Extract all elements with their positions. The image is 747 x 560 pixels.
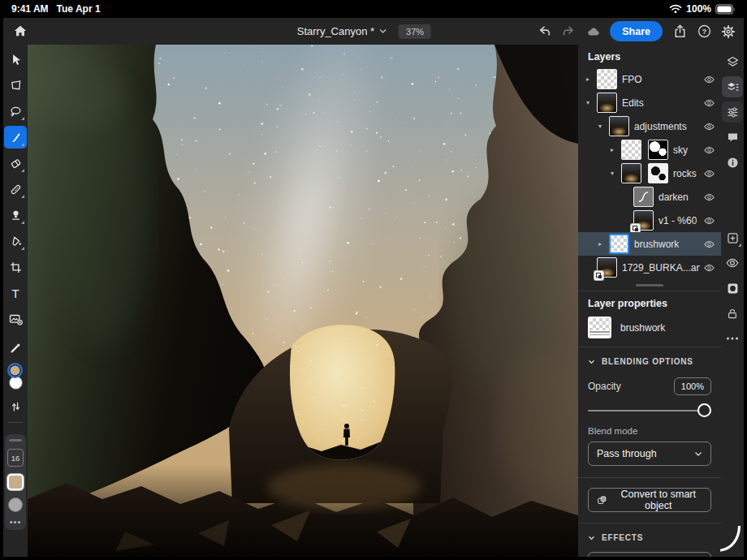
- disclosure-triangle-icon[interactable]: ▸: [608, 146, 616, 153]
- move-tool[interactable]: [4, 48, 27, 71]
- layer-row[interactable]: ▸ sky: [578, 138, 721, 162]
- settings-gear-icon[interactable]: [718, 21, 739, 42]
- place-photo-tool[interactable]: [4, 308, 27, 330]
- layer-thumbnail[interactable]: [621, 140, 641, 160]
- eyedropper-tool[interactable]: [4, 337, 27, 360]
- disclosure-triangle-icon[interactable]: ▾: [584, 99, 592, 106]
- layer-row[interactable]: ▾ Edits: [578, 91, 721, 114]
- brush-tool[interactable]: [4, 126, 27, 149]
- layer-visibility-eye-icon[interactable]: [703, 238, 715, 250]
- layer-visibility-eye-icon[interactable]: [703, 214, 715, 226]
- layer-visibility-eye-icon[interactable]: [703, 73, 715, 85]
- effects-header[interactable]: EFFECTS: [588, 533, 711, 542]
- selected-layer-thumbnail[interactable]: [588, 317, 611, 338]
- undo-button[interactable]: [533, 21, 555, 42]
- fill-tool[interactable]: [4, 230, 27, 252]
- healing-brush-tool[interactable]: [4, 178, 27, 200]
- transform-tool[interactable]: [4, 74, 27, 97]
- layer-row[interactable]: v1 - %60: [578, 209, 721, 232]
- color-wells[interactable]: [6, 363, 25, 397]
- layer-thumbnail[interactable]: [597, 69, 617, 89]
- opacity-label: Opacity: [588, 381, 621, 392]
- layer-visibility-button[interactable]: [722, 252, 743, 274]
- add-layer-effect-button[interactable]: fx Add layer effect: [588, 552, 711, 557]
- more-options-button[interactable]: [722, 328, 743, 349]
- lasso-tool[interactable]: [4, 100, 27, 123]
- layers-compact-view-button[interactable]: [722, 51, 743, 72]
- layer-visibility-eye-icon[interactable]: [703, 97, 715, 109]
- layer-row[interactable]: 1729_BURKA...anced-NR33: [578, 256, 721, 279]
- cloud-sync-icon[interactable]: [582, 21, 603, 42]
- tool-options-bar: 16 •••: [5, 434, 26, 530]
- layer-mask-thumbnail[interactable]: [648, 163, 668, 183]
- layer-mask-thumbnail[interactable]: [648, 140, 668, 160]
- title-chevron-icon[interactable]: [379, 28, 387, 34]
- comments-button[interactable]: [722, 127, 743, 148]
- convert-smart-object-button[interactable]: Convert to smart object: [588, 488, 711, 512]
- layer-visibility-eye-icon[interactable]: [703, 167, 715, 179]
- panel-divider: [578, 477, 721, 478]
- layer-name: sky: [673, 144, 688, 156]
- type-tool[interactable]: T: [4, 282, 27, 304]
- layer-thumbnail[interactable]: [633, 210, 654, 230]
- layer-visibility-eye-icon[interactable]: [703, 261, 715, 274]
- opacity-slider-knob[interactable]: [697, 403, 711, 417]
- info-button[interactable]: [722, 152, 743, 173]
- photoshop-app: Starry_Canyon * 37% Share: [3, 18, 744, 557]
- layer-thumbnail[interactable]: [609, 116, 629, 136]
- blending-options-header[interactable]: BLENDING OPTIONS: [588, 357, 711, 366]
- clone-stamp-tool[interactable]: [4, 204, 27, 226]
- opacity-slider-track: [588, 410, 711, 411]
- layer-row[interactable]: ▸ brushwork: [578, 232, 721, 256]
- help-button[interactable]: ?: [693, 21, 715, 42]
- foreground-color-swatch[interactable]: [7, 363, 23, 378]
- layer-thumbnail[interactable]: [597, 93, 617, 113]
- tool-options-more-button[interactable]: •••: [10, 519, 22, 524]
- opacity-slider[interactable]: [588, 403, 711, 418]
- status-date: Tue Apr 1: [57, 3, 101, 15]
- brush-size-field[interactable]: 16: [7, 449, 24, 467]
- layer-row[interactable]: darken: [578, 185, 721, 209]
- layer-row[interactable]: ▾ adjustments: [578, 114, 721, 138]
- disclosure-triangle-icon[interactable]: ▸: [584, 75, 592, 83]
- crop-tool[interactable]: [4, 256, 27, 278]
- brush-color-swatch[interactable]: [7, 474, 24, 490]
- chevron-down-icon: [588, 536, 595, 541]
- home-button[interactable]: [10, 20, 31, 41]
- battery-icon: [715, 4, 736, 15]
- adjustments-panel-button[interactable]: [722, 101, 743, 123]
- share-button[interactable]: Share: [610, 21, 663, 41]
- eraser-tool[interactable]: [4, 152, 27, 174]
- layer-mask-button[interactable]: [722, 278, 743, 299]
- blend-mode-dropdown[interactable]: Pass through: [588, 442, 711, 466]
- layer-visibility-eye-icon[interactable]: [703, 191, 715, 203]
- layer-row[interactable]: ▸ FPO: [578, 67, 721, 91]
- layer-row[interactable]: ▾ rocks: [578, 162, 721, 185]
- layer-visibility-eye-icon[interactable]: [703, 120, 715, 132]
- svg-text:?: ?: [702, 28, 706, 36]
- layer-visibility-eye-icon[interactable]: [703, 144, 715, 156]
- brush-tip-preview[interactable]: [8, 498, 23, 512]
- disclosure-triangle-icon[interactable]: ▸: [596, 240, 604, 248]
- tool-options-drag-handle[interactable]: [9, 439, 22, 442]
- disclosure-triangle-icon[interactable]: ▾: [608, 170, 616, 177]
- export-icon[interactable]: [669, 21, 690, 42]
- blend-mode-label: Blend mode: [588, 426, 711, 436]
- layer-thumbnail[interactable]: [633, 187, 654, 207]
- layer-name: darken: [658, 192, 689, 203]
- document-title[interactable]: Starry_Canyon *: [297, 25, 374, 37]
- layer-thumbnail[interactable]: [609, 234, 629, 254]
- add-layer-button[interactable]: [722, 227, 743, 248]
- layer-thumbnail[interactable]: [621, 163, 641, 183]
- canvas-image[interactable]: [28, 45, 578, 557]
- opacity-value-field[interactable]: 100%: [674, 377, 711, 395]
- zoom-level-chip[interactable]: 37%: [399, 24, 431, 39]
- layer-name: FPO: [622, 74, 642, 85]
- layer-thumbnail[interactable]: [597, 257, 617, 278]
- lock-layer-button[interactable]: [722, 303, 743, 324]
- layers-resize-handle[interactable]: [636, 284, 663, 286]
- layer-properties-panel-button[interactable]: [722, 76, 743, 97]
- redo-button[interactable]: [558, 21, 579, 42]
- disclosure-triangle-icon[interactable]: ▾: [596, 123, 604, 130]
- swap-colors-icon[interactable]: [10, 400, 22, 416]
